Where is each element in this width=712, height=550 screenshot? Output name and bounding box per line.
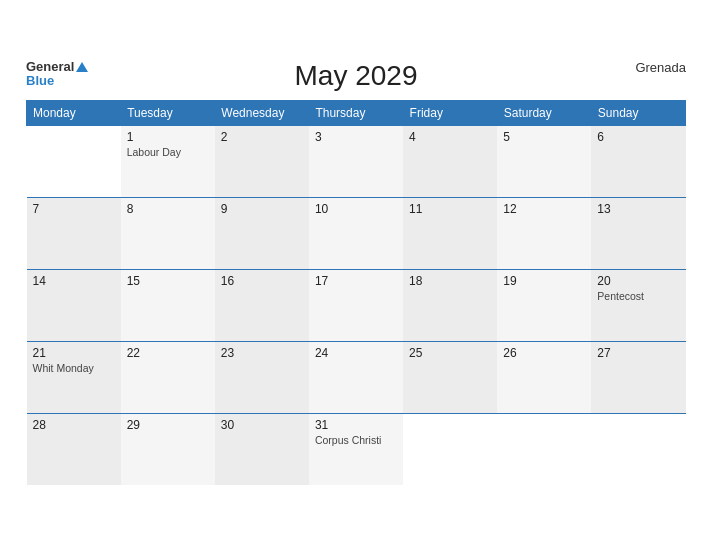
day-number: 20 — [597, 274, 679, 288]
col-monday: Monday — [27, 100, 121, 125]
day-cell: 6 — [591, 125, 685, 197]
day-cell: 10 — [309, 197, 403, 269]
day-number: 11 — [409, 202, 491, 216]
day-number: 31 — [315, 418, 397, 432]
day-cell: 29 — [121, 413, 215, 485]
day-number: 18 — [409, 274, 491, 288]
day-event: Labour Day — [127, 146, 209, 158]
day-cell: 18 — [403, 269, 497, 341]
day-event: Corpus Christi — [315, 434, 397, 446]
day-cell: 11 — [403, 197, 497, 269]
col-saturday: Saturday — [497, 100, 591, 125]
week-row-1: 78910111213 — [27, 197, 686, 269]
day-number: 12 — [503, 202, 585, 216]
day-number: 10 — [315, 202, 397, 216]
day-number: 4 — [409, 130, 491, 144]
day-cell: 27 — [591, 341, 685, 413]
calendar-thead: Monday Tuesday Wednesday Thursday Friday… — [27, 100, 686, 125]
day-cell: 5 — [497, 125, 591, 197]
calendar-table: Monday Tuesday Wednesday Thursday Friday… — [26, 100, 686, 486]
day-number: 19 — [503, 274, 585, 288]
day-number: 7 — [33, 202, 115, 216]
calendar-wrapper: General Blue May 2029 Grenada Monday Tue… — [11, 50, 701, 501]
day-cell — [497, 413, 591, 485]
day-cell: 23 — [215, 341, 309, 413]
day-cell: 1Labour Day — [121, 125, 215, 197]
day-cell: 7 — [27, 197, 121, 269]
day-cell: 25 — [403, 341, 497, 413]
day-cell: 28 — [27, 413, 121, 485]
logo-general-text: General — [26, 60, 88, 74]
day-event: Pentecost — [597, 290, 679, 302]
day-number: 28 — [33, 418, 115, 432]
day-number: 8 — [127, 202, 209, 216]
day-number: 24 — [315, 346, 397, 360]
logo: General Blue — [26, 60, 88, 89]
col-tuesday: Tuesday — [121, 100, 215, 125]
col-wednesday: Wednesday — [215, 100, 309, 125]
day-cell: 22 — [121, 341, 215, 413]
day-cell: 13 — [591, 197, 685, 269]
logo-blue-text: Blue — [26, 74, 54, 88]
day-cell: 14 — [27, 269, 121, 341]
day-cell: 8 — [121, 197, 215, 269]
week-row-4: 28293031Corpus Christi — [27, 413, 686, 485]
day-number: 5 — [503, 130, 585, 144]
day-number: 30 — [221, 418, 303, 432]
day-number: 14 — [33, 274, 115, 288]
day-number: 9 — [221, 202, 303, 216]
week-row-0: 1Labour Day23456 — [27, 125, 686, 197]
day-number: 1 — [127, 130, 209, 144]
day-number: 17 — [315, 274, 397, 288]
day-cell: 24 — [309, 341, 403, 413]
day-cell: 15 — [121, 269, 215, 341]
country-label: Grenada — [635, 60, 686, 75]
day-cell: 30 — [215, 413, 309, 485]
day-number: 22 — [127, 346, 209, 360]
col-sunday: Sunday — [591, 100, 685, 125]
day-number: 15 — [127, 274, 209, 288]
col-thursday: Thursday — [309, 100, 403, 125]
day-cell: 21Whit Monday — [27, 341, 121, 413]
day-cell: 17 — [309, 269, 403, 341]
day-number: 21 — [33, 346, 115, 360]
day-number: 29 — [127, 418, 209, 432]
day-number: 25 — [409, 346, 491, 360]
week-row-3: 21Whit Monday222324252627 — [27, 341, 686, 413]
day-event: Whit Monday — [33, 362, 115, 374]
header-row: Monday Tuesday Wednesday Thursday Friday… — [27, 100, 686, 125]
day-cell: 19 — [497, 269, 591, 341]
day-cell: 20Pentecost — [591, 269, 685, 341]
day-number: 3 — [315, 130, 397, 144]
col-friday: Friday — [403, 100, 497, 125]
day-number: 26 — [503, 346, 585, 360]
day-cell: 2 — [215, 125, 309, 197]
day-cell: 16 — [215, 269, 309, 341]
calendar-body: 1Labour Day23456789101112131415161718192… — [27, 125, 686, 485]
day-cell: 26 — [497, 341, 591, 413]
day-cell: 4 — [403, 125, 497, 197]
calendar-title: May 2029 — [295, 60, 418, 92]
calendar-header: General Blue May 2029 Grenada — [26, 60, 686, 92]
day-number: 16 — [221, 274, 303, 288]
logo-triangle-icon — [76, 62, 88, 72]
day-number: 23 — [221, 346, 303, 360]
day-cell — [403, 413, 497, 485]
day-cell: 12 — [497, 197, 591, 269]
day-number: 27 — [597, 346, 679, 360]
day-cell — [591, 413, 685, 485]
day-cell: 3 — [309, 125, 403, 197]
week-row-2: 14151617181920Pentecost — [27, 269, 686, 341]
day-number: 13 — [597, 202, 679, 216]
day-number: 6 — [597, 130, 679, 144]
day-number: 2 — [221, 130, 303, 144]
day-cell: 31Corpus Christi — [309, 413, 403, 485]
day-cell — [27, 125, 121, 197]
day-cell: 9 — [215, 197, 309, 269]
